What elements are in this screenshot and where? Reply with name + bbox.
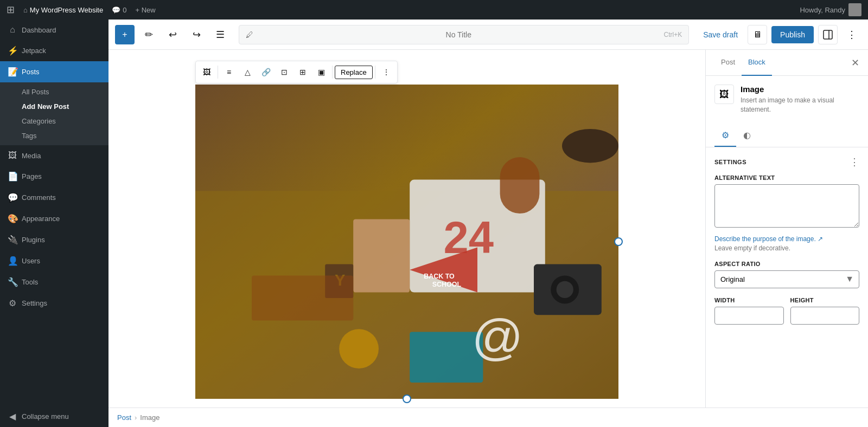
tab-block-settings[interactable]: ⚙ — [714, 125, 736, 147]
toolbar-separator — [218, 66, 218, 79]
save-draft-button[interactable]: Save draft — [698, 27, 743, 42]
collapse-menu-btn[interactable]: ◀ Collapse menu — [0, 406, 108, 427]
editor-content: 🖼 ≡ △ 🔗 ⊡ — [108, 50, 868, 407]
resize-handle-bottom[interactable] — [403, 394, 411, 403]
comments-icon: 💬 — [8, 192, 17, 203]
block-more-button[interactable]: ⋮ — [378, 63, 395, 81]
sidebar-item-label: Settings — [22, 299, 47, 307]
more-options-button[interactable]: ⋮ — [842, 25, 861, 44]
link-button[interactable]: 🔗 — [257, 63, 275, 81]
tools-icon: ✏ — [145, 29, 153, 41]
sidebar-sub-categories[interactable]: Categories — [0, 114, 108, 128]
view-toggle-button[interactable]: 🖥 — [748, 25, 767, 44]
sidebar-item-label: Dashboard — [22, 26, 56, 34]
crop-button[interactable]: ⊡ — [276, 63, 293, 81]
tab-block[interactable]: Block — [742, 50, 772, 76]
aspect-ratio-section: ASPECT RATIO Original Square - 1:1 Stand… — [714, 261, 859, 288]
alt-text-icon: ⊞ — [299, 68, 306, 76]
panel-close-button[interactable]: ✕ — [851, 57, 859, 69]
editor-canvas[interactable]: 🖼 ≡ △ 🔗 ⊡ — [108, 50, 705, 407]
replace-button[interactable]: Replace — [335, 66, 373, 79]
aspect-ratio-select[interactable]: Original Square - 1:1 Standard - 4:3 Por… — [714, 270, 859, 288]
tools-icon: 🔧 — [8, 277, 17, 287]
sidebar-item-settings[interactable]: ⚙ Settings — [0, 293, 108, 314]
sidebar-item-media[interactable]: 🖼 Media — [0, 145, 108, 166]
sidebar-item-pages[interactable]: 📄 Pages — [0, 166, 108, 187]
image-scene-svg: 24 BACK TO SCHOOL — [195, 85, 618, 399]
crop-icon: ⊡ — [281, 68, 288, 76]
alt-text-field: ALTERNATIVE TEXT Describe the purpose of… — [714, 174, 859, 252]
settings-more-button[interactable]: ⋮ — [850, 156, 859, 168]
height-field: HEIGHT — [790, 297, 860, 325]
new-content-link[interactable]: + New — [135, 6, 155, 14]
sidebar-item-tools[interactable]: 🔧 Tools — [0, 271, 108, 293]
site-name: My WordPress Website — [30, 6, 103, 14]
sidebar-item-dashboard[interactable]: ⌂ Dashboard — [0, 20, 108, 40]
block-info-text: Image Insert an image to make a visual s… — [741, 85, 859, 114]
block-icon-container: 🖼 — [714, 85, 734, 104]
posts-submenu: All Posts Add New Post Categories Tags — [0, 82, 108, 145]
sidebar-item-label: Posts — [22, 68, 40, 76]
media-icon: 🖼 — [8, 151, 17, 160]
redo-icon: ↪ — [193, 29, 201, 41]
svg-rect-20 — [252, 275, 353, 320]
publish-button[interactable]: Publish — [771, 26, 814, 43]
site-home-link[interactable]: ⌂ My WordPress Website — [23, 6, 103, 14]
duotone-button[interactable]: ▣ — [312, 63, 330, 81]
caption-button[interactable]: △ — [239, 63, 256, 81]
toolbar-separator-3 — [375, 66, 375, 79]
svg-rect-9 — [353, 219, 410, 292]
sidebar-item-label: Tools — [22, 278, 38, 286]
sidebar-item-label: Plugins — [22, 236, 45, 244]
settings-header: Settings ⋮ — [714, 156, 859, 168]
sidebar-sub-all-posts[interactable]: All Posts — [0, 85, 108, 99]
post-title-bar[interactable]: 🖊 No Title Ctrl+K — [239, 25, 689, 44]
dimensions-row: WIDTH HEIGHT — [714, 297, 859, 325]
new-label: + New — [135, 6, 155, 14]
editor-area: + ✏ ↩ ↪ ☰ 🖊 No Title Ctrl+K Save draft 🖥 — [108, 20, 868, 427]
comments-link[interactable]: 💬 0 — [112, 6, 126, 14]
redo-button[interactable]: ↪ — [187, 25, 206, 44]
svg-text:@: @ — [472, 308, 524, 365]
tab-post[interactable]: Post — [714, 50, 742, 76]
resize-handle-right[interactable] — [614, 237, 623, 246]
panel-toggle-icon — [823, 30, 833, 40]
settings-icon: ⚙ — [8, 298, 17, 308]
duotone-icon: ▣ — [318, 68, 325, 76]
alt-text-link[interactable]: Describe the purpose of the image. ↗ — [714, 235, 823, 243]
user-info: Howdy, Randy — [800, 3, 861, 16]
block-description: Insert an image to make a visual stateme… — [741, 96, 859, 114]
tab-block-styles[interactable]: ◐ — [736, 125, 758, 147]
width-input[interactable] — [714, 307, 784, 325]
block-type-button[interactable]: 🖼 — [198, 63, 215, 81]
wp-logo-icon[interactable]: ⊞ — [7, 4, 15, 16]
sidebar-sub-tags[interactable]: Tags — [0, 128, 108, 143]
sidebar-item-plugins[interactable]: 🔌 Plugins — [0, 229, 108, 250]
align-button[interactable]: ≡ — [220, 63, 238, 81]
svg-text:BACK TO: BACK TO — [424, 273, 455, 280]
sidebar-item-appearance[interactable]: 🎨 Appearance — [0, 208, 108, 229]
user-greeting: Howdy, Randy — [800, 6, 845, 14]
sidebar-item-users[interactable]: 👤 Users — [0, 250, 108, 271]
collapse-label: Collapse menu — [22, 412, 69, 420]
sidebar-item-jetpack[interactable]: ⚡ Jetpack — [0, 40, 108, 61]
sidebar: ⌂ Dashboard ⚡ Jetpack 📝 Posts All Posts … — [0, 20, 108, 427]
add-block-button[interactable]: + — [115, 25, 135, 44]
sidebar-item-comments[interactable]: 💬 Comments — [0, 187, 108, 208]
breadcrumb-post[interactable]: Post — [117, 413, 131, 422]
tools-button[interactable]: ✏ — [139, 25, 158, 44]
height-input[interactable] — [790, 307, 860, 325]
sidebar-item-posts[interactable]: 📝 Posts — [0, 61, 108, 82]
settings-panel-toggle[interactable] — [818, 25, 838, 44]
image-block-icon: 🖼 — [203, 68, 210, 76]
align-icon: ≡ — [227, 68, 231, 76]
panel-header: Post Block ✕ — [706, 50, 868, 76]
image-block[interactable]: 24 BACK TO SCHOOL — [195, 85, 618, 399]
alt-text-button[interactable]: ⊞ — [294, 63, 311, 81]
undo-button[interactable]: ↩ — [163, 25, 182, 44]
sidebar-sub-add-new-post[interactable]: Add New Post — [0, 99, 108, 114]
home-icon: ⌂ — [23, 6, 28, 14]
alt-text-input[interactable] — [714, 184, 859, 228]
list-view-button[interactable]: ☰ — [210, 25, 230, 44]
settings-more-icon: ⋮ — [850, 157, 859, 167]
